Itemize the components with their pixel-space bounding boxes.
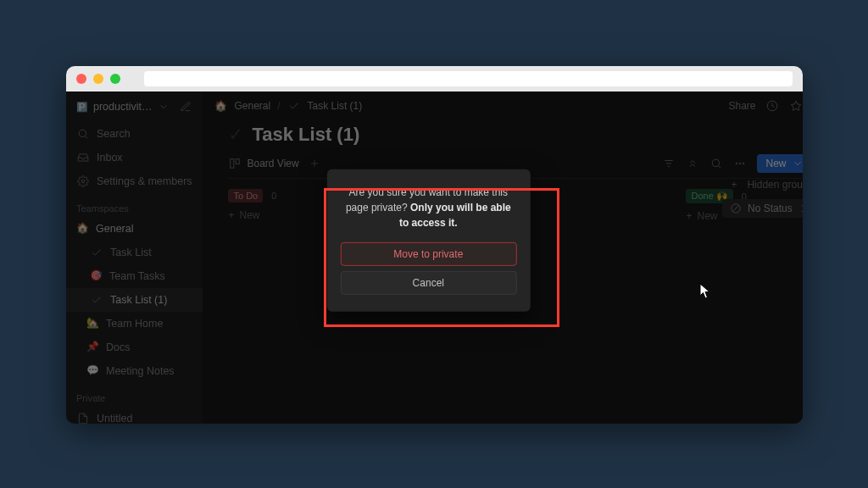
target-icon: 🎯 (90, 268, 103, 284)
sidebar-label: Inbox (97, 149, 123, 166)
tab-board-view[interactable]: Board View (228, 157, 298, 170)
sidebar-item-team-tasks[interactable]: 🎯 Team Tasks (66, 264, 203, 288)
no-status-icon (729, 202, 743, 215)
sidebar-settings[interactable]: Settings & members (66, 169, 203, 193)
sidebar-item-general[interactable]: 🏠 General (66, 217, 203, 241)
svg-marker-6 (792, 101, 802, 110)
svg-point-2 (81, 180, 85, 183)
sidebar-item-untitled[interactable]: Untitled (66, 407, 203, 424)
browser-window: 🅿️ productivit… Search Inbox Settings & … (66, 66, 803, 424)
svg-point-20 (740, 163, 742, 164)
hidden-groups: + Hidden groups No Status 1 (722, 179, 803, 218)
sidebar-section-private: Private (66, 383, 203, 407)
cursor-icon (699, 283, 711, 300)
add-group-icon[interactable]: + (731, 179, 737, 191)
pushpin-icon: 📌 (86, 339, 99, 355)
gear-icon (76, 175, 90, 188)
more-icon[interactable] (733, 157, 747, 170)
sidebar-label: Meeting Notes (106, 363, 175, 380)
check-icon (287, 99, 301, 113)
sort-icon[interactable] (686, 157, 699, 170)
dialog-line2: Only you will be able to access it. (399, 202, 511, 229)
sidebar-label: Team Home (106, 315, 163, 332)
add-card-label: New (240, 209, 260, 221)
clock-icon[interactable] (765, 99, 779, 113)
window-minimize-icon[interactable] (93, 74, 103, 84)
svg-line-23 (733, 206, 739, 212)
svg-point-21 (743, 163, 745, 164)
sidebar-label: Task List (110, 244, 152, 261)
tab-label: Board View (247, 158, 298, 169)
breadcrumb-root[interactable]: General (234, 100, 270, 112)
chevron-down-icon (157, 100, 170, 114)
sidebar-label: General (96, 220, 133, 237)
sidebar-label: Team Tasks (109, 268, 165, 285)
filter-icon[interactable] (662, 157, 676, 170)
sidebar-label: Untitled (97, 410, 132, 424)
svg-line-18 (719, 166, 721, 169)
svg-rect-11 (236, 159, 240, 164)
workspace-name: productivit… (93, 101, 152, 113)
chevron-down-icon (791, 157, 803, 170)
breadcrumb-page[interactable]: Task List (1) (308, 100, 363, 112)
sidebar-item-task-list[interactable]: Task List (66, 241, 203, 264)
home-icon: 🏠 (76, 220, 89, 236)
status-tag[interactable]: To Do (228, 189, 263, 202)
share-button[interactable]: Share (728, 100, 755, 112)
sidebar-search[interactable]: Search (66, 122, 203, 146)
svg-line-1 (86, 136, 88, 139)
workspace-icon: 🅿️ (76, 101, 88, 113)
speech-icon: 💬 (86, 363, 99, 379)
svg-point-0 (79, 130, 86, 136)
workspace-switcher[interactable]: 🅿️ productivit… (66, 92, 203, 122)
cancel-button[interactable]: Cancel (340, 271, 516, 295)
compose-icon[interactable] (179, 100, 192, 114)
confirm-dialog: Are you sure you want to make this page … (326, 169, 530, 312)
svg-point-17 (713, 159, 720, 166)
sidebar-item-task-list-1[interactable]: Task List (1) (66, 288, 203, 312)
hidden-groups-label[interactable]: Hidden groups (747, 179, 803, 191)
sidebar-item-meeting-notes[interactable]: 💬 Meeting Notes (66, 359, 203, 383)
sidebar-label: Docs (106, 339, 130, 356)
window-zoom-icon[interactable] (110, 74, 120, 84)
no-status-group[interactable]: No Status 1 (722, 199, 803, 218)
plus-icon: + (686, 210, 692, 222)
add-card-label: New (698, 210, 718, 222)
page-icon (76, 412, 90, 424)
sidebar-item-docs[interactable]: 📌 Docs (66, 336, 203, 359)
page-title-row: ✓ Task List (1) (228, 124, 803, 146)
sidebar: 🅿️ productivit… Search Inbox Settings & … (66, 92, 203, 424)
sidebar-label: Settings & members (97, 173, 192, 190)
url-bar[interactable] (144, 71, 793, 86)
new-button-label: New (765, 158, 786, 169)
plus-icon: + (228, 209, 234, 221)
check-icon (90, 293, 103, 307)
page-icon: ✓ (228, 124, 243, 146)
sidebar-inbox[interactable]: Inbox (66, 146, 203, 169)
breadcrumb-sep: / (277, 100, 280, 112)
search-icon (76, 127, 90, 141)
sidebar-label: Search (97, 125, 131, 142)
svg-point-19 (737, 163, 738, 164)
page-title[interactable]: Task List (1) (252, 124, 359, 146)
window-close-icon[interactable] (76, 74, 86, 84)
column-count: 0 (271, 191, 276, 201)
no-status-label: No Status (748, 202, 793, 214)
check-icon (90, 246, 103, 259)
add-view-icon[interactable] (308, 157, 321, 170)
house-icon: 🏡 (86, 315, 99, 331)
no-status-count: 1 (801, 202, 803, 214)
star-icon[interactable] (789, 99, 803, 113)
breadcrumb: 🏠 General / Task List (1) (214, 99, 362, 113)
inbox-icon (76, 151, 90, 164)
svg-rect-10 (231, 159, 234, 169)
dialog-message: Are you sure you want to make this page … (340, 185, 516, 230)
home-icon: 🏠 (214, 100, 227, 112)
new-button[interactable]: New (757, 154, 803, 173)
sidebar-label: Task List (1) (110, 291, 167, 308)
app: 🅿️ productivit… Search Inbox Settings & … (66, 92, 803, 424)
move-to-private-button[interactable]: Move to private (340, 242, 516, 266)
board-icon (228, 157, 242, 170)
sidebar-item-team-home[interactable]: 🏡 Team Home (66, 312, 203, 336)
search-icon[interactable] (709, 157, 723, 170)
